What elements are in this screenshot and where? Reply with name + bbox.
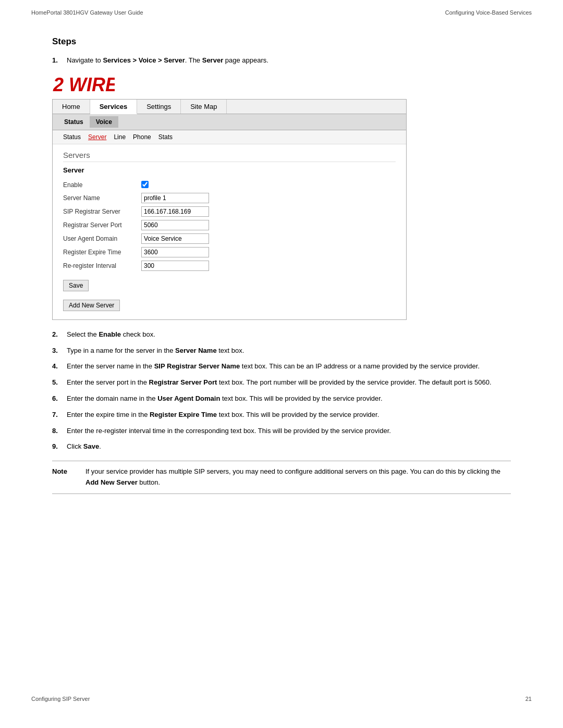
router-ui-frame: Home Services Settings Site Map Status V… [52, 99, 407, 320]
step-1-navpath: Services > Voice > Server [103, 56, 185, 64]
input-register-expire[interactable] [141, 247, 209, 257]
tab-services[interactable]: Services [90, 100, 138, 114]
input-sip-registrar[interactable] [141, 206, 209, 217]
field-user-agent-domain: User Agent Domain [63, 232, 213, 245]
subtab-voice[interactable]: Voice [90, 116, 118, 128]
router-nav: Home Services Settings Site Map [53, 100, 406, 114]
step-8-text: Enter the re-register interval time in t… [67, 426, 391, 437]
input-registrar-port[interactable] [141, 220, 209, 230]
step-2-num: 2. [52, 329, 67, 340]
logo-area: 2 WIRE [52, 71, 511, 96]
step-7-text: Enter the expire time in the Register Ex… [67, 410, 379, 421]
logo-svg: 2 WIRE [52, 71, 115, 94]
footer-left: Configuring SIP Server [31, 696, 90, 702]
voice-nav-server[interactable]: Server [88, 133, 106, 141]
save-button[interactable]: Save [63, 280, 89, 291]
voice-nav-status[interactable]: Status [63, 133, 81, 141]
tab-sitemap[interactable]: Site Map [181, 100, 227, 114]
voice-subnav: Status Server Line Phone Stats [53, 130, 406, 144]
input-server-name[interactable] [141, 193, 209, 203]
svg-text:WIRE: WIRE [69, 74, 115, 94]
voice-nav-phone[interactable]: Phone [133, 133, 151, 141]
footer-right: 21 [525, 696, 532, 702]
server-section: Servers Server Enable Server Name SIP Re… [53, 144, 406, 319]
steps-heading: Steps [52, 36, 511, 47]
label-user-agent-domain: User Agent Domain [63, 232, 141, 245]
add-new-server-button[interactable]: Add New Server [63, 300, 120, 311]
add-server-row: Add New Server [63, 297, 396, 311]
step-3: 3. Type in a name for the server in the … [52, 346, 511, 356]
voice-nav-stats[interactable]: Stats [158, 133, 173, 141]
page-header: HomePortal 3801HGV Gateway User Guide Co… [0, 0, 563, 21]
value-enable[interactable] [141, 179, 213, 191]
field-registrar-port: Registrar Server Port [63, 218, 213, 232]
step-7: 7. Enter the expire time in the Register… [52, 410, 511, 421]
input-user-agent-domain[interactable] [141, 233, 209, 244]
save-row: Save [63, 277, 396, 291]
step-9-text: Click Save. [67, 441, 101, 452]
step-6: 6. Enter the domain name in the User Age… [52, 393, 511, 404]
label-reregister-interval: Re-register Interval [63, 259, 141, 273]
svg-text:2: 2 [53, 74, 64, 94]
note-text: If your service provider has multiple SI… [85, 466, 511, 488]
step-3-num: 3. [52, 346, 67, 356]
step-6-text: Enter the domain name in the User Agent … [67, 393, 383, 404]
header-right: Configuring Voice-Based Services [445, 9, 532, 16]
field-sip-registrar: SIP Registrar Server [63, 205, 213, 218]
checkbox-enable[interactable] [141, 181, 149, 188]
step-9-num: 9. [52, 441, 67, 452]
label-sip-registrar: SIP Registrar Server [63, 205, 141, 218]
label-enable: Enable [63, 179, 141, 191]
step-4-text: Enter the server name in the SIP Registr… [67, 361, 480, 372]
server-form-table: Enable Server Name SIP Registrar Server [63, 179, 213, 273]
input-reregister-interval[interactable] [141, 261, 209, 271]
server-group-label: Server [63, 166, 396, 174]
step-5-text: Enter the server port in the Registrar S… [67, 377, 492, 388]
field-enable: Enable [63, 179, 213, 191]
value-server-name[interactable] [141, 191, 213, 205]
field-reregister-interval: Re-register Interval [63, 259, 213, 273]
step-1: 1. Navigate to Services > Voice > Server… [52, 55, 511, 66]
field-register-expire: Register Expire Time [63, 245, 213, 259]
tab-home[interactable]: Home [53, 100, 90, 114]
sub-nav: Status Voice [53, 114, 406, 130]
subtab-status[interactable]: Status [58, 116, 90, 128]
note-label: Note [52, 466, 78, 488]
value-register-expire[interactable] [141, 245, 213, 259]
section-title: Servers [63, 151, 396, 162]
step-2-text: Select the Enable check box. [67, 329, 155, 340]
voice-nav-line[interactable]: Line [114, 133, 126, 141]
value-reregister-interval[interactable] [141, 259, 213, 273]
step-2: 2. Select the Enable check box. [52, 329, 511, 340]
step-4: 4. Enter the server name in the SIP Regi… [52, 361, 511, 372]
value-sip-registrar[interactable] [141, 205, 213, 218]
main-content: Steps 1. Navigate to Services > Voice > … [0, 21, 563, 515]
value-user-agent-domain[interactable] [141, 232, 213, 245]
step-5-num: 5. [52, 377, 67, 388]
step-4-num: 4. [52, 361, 67, 372]
step-5: 5. Enter the server port in the Registra… [52, 377, 511, 388]
step-1-text: Navigate to Services > Voice > Server. T… [67, 55, 511, 66]
step-6-num: 6. [52, 393, 67, 404]
step-3-text: Type in a name for the server in the Ser… [67, 346, 244, 356]
tab-settings[interactable]: Settings [137, 100, 181, 114]
step-9: 9. Click Save. [52, 441, 511, 452]
step-8-num: 8. [52, 426, 67, 437]
step-1-num: 1. [52, 55, 67, 66]
header-left: HomePortal 3801HGV Gateway User Guide [31, 9, 143, 16]
label-register-expire: Register Expire Time [63, 245, 141, 259]
field-server-name: Server Name [63, 191, 213, 205]
step-7-num: 7. [52, 410, 67, 421]
note-section: Note If your service provider has multip… [52, 461, 511, 494]
label-server-name: Server Name [63, 191, 141, 205]
value-registrar-port[interactable] [141, 218, 213, 232]
step-8: 8. Enter the re-register interval time i… [52, 426, 511, 437]
page-footer: Configuring SIP Server 21 [0, 690, 563, 707]
steps-list: 2. Select the Enable check box. 3. Type … [52, 329, 511, 452]
label-registrar-port: Registrar Server Port [63, 218, 141, 232]
